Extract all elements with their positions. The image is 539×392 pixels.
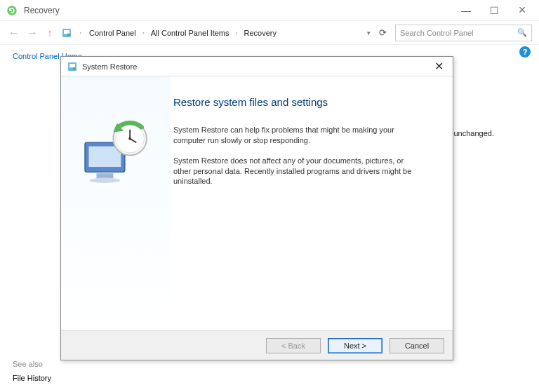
window-title: Recovery xyxy=(24,6,452,15)
dialog-paragraph: System Restore can help fix problems tha… xyxy=(171,125,423,146)
back-arrow[interactable]: ← xyxy=(7,27,21,39)
breadcrumb: Control Panel › All Control Panel Items … xyxy=(88,27,363,39)
restore-illustration-icon xyxy=(77,113,154,190)
cancel-button[interactable]: Cancel xyxy=(390,338,444,353)
dialog-body: Restore system files and settings System… xyxy=(61,76,453,330)
close-button[interactable]: × xyxy=(508,1,536,20)
dialog-title: System Restore xyxy=(82,62,426,71)
toolbar: ← → ↑ › Control Panel › All Control Pane… xyxy=(0,21,539,45)
search-placeholder: Search Control Panel xyxy=(400,29,474,37)
svg-rect-8 xyxy=(89,147,121,167)
recovery-icon xyxy=(6,4,18,17)
breadcrumb-item[interactable]: All Control Panel Items xyxy=(149,27,231,39)
svg-point-3 xyxy=(67,33,70,36)
breadcrumb-item[interactable]: Recovery xyxy=(243,27,278,39)
maximize-button[interactable]: ☐ xyxy=(480,1,508,20)
dialog-heading: Restore system files and settings xyxy=(171,96,437,108)
chevron-right-icon: › xyxy=(234,29,240,36)
up-arrow[interactable]: ↑ xyxy=(44,27,56,39)
chevron-right-icon: › xyxy=(77,29,84,36)
svg-point-15 xyxy=(128,137,131,140)
control-panel-icon xyxy=(60,27,73,39)
back-button: < Back xyxy=(266,338,321,353)
window-titlebar: Recovery — ☐ × xyxy=(0,0,539,21)
svg-rect-2 xyxy=(64,30,69,34)
help-icon[interactable]: ? xyxy=(519,46,531,58)
svg-rect-5 xyxy=(69,64,75,67)
dialog-sidebar-image xyxy=(61,76,171,330)
chevron-right-icon: › xyxy=(140,29,147,36)
svg-point-10 xyxy=(89,178,120,183)
dialog-titlebar: System Restore ✕ xyxy=(61,57,453,76)
refresh-icon[interactable]: ⟳ xyxy=(375,27,391,38)
dialog-content: Restore system files and settings System… xyxy=(171,76,453,330)
minimize-button[interactable]: — xyxy=(452,1,480,20)
search-input[interactable]: Search Control Panel 🔍 xyxy=(395,25,532,41)
system-restore-icon xyxy=(67,61,78,72)
dialog-paragraph: System Restore does not affect any of yo… xyxy=(171,156,423,187)
search-icon: 🔍 xyxy=(517,28,527,37)
breadcrumb-item[interactable]: Control Panel xyxy=(88,27,138,39)
next-button[interactable]: Next > xyxy=(328,338,382,353)
dropdown-icon[interactable]: ▾ xyxy=(367,29,371,36)
see-also-label: See also xyxy=(13,360,43,368)
svg-rect-9 xyxy=(97,173,114,178)
forward-arrow[interactable]: → xyxy=(25,27,39,39)
dialog-close-button[interactable]: ✕ xyxy=(426,58,451,76)
system-restore-dialog: System Restore ✕ Restore syst xyxy=(60,56,453,360)
dialog-footer: < Back Next > Cancel xyxy=(61,330,453,360)
file-history-link[interactable]: File History xyxy=(13,374,51,382)
svg-point-6 xyxy=(73,67,76,69)
